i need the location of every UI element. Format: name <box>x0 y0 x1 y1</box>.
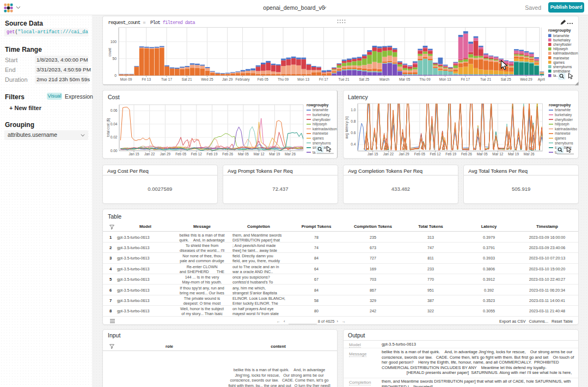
svg-text:Mar 26: Mar 26 <box>285 152 296 156</box>
svg-text:March: March <box>379 77 389 81</box>
svg-text:brianwhite: brianwhite <box>553 34 569 38</box>
svg-text:burkehaley: burkehaley <box>553 38 571 43</box>
svg-text:cherylfoster: cherylfoster <box>313 118 331 122</box>
svg-text:Mon 09: Mon 09 <box>120 77 132 81</box>
svg-text:mariewise: mariewise <box>555 131 571 135</box>
svg-text:0.8: 0.8 <box>351 119 356 123</box>
svg-text:Feb 12: Feb 12 <box>191 152 202 156</box>
svg-text:Jan 29: Jan 29 <box>160 152 171 156</box>
svg-text:Tue 21: Tue 21 <box>339 77 350 81</box>
svg-text:count: count <box>108 48 112 57</box>
svg-text:Feb 19: Feb 19 <box>207 152 218 156</box>
svg-text:sherryburns: sherryburns <box>553 65 572 69</box>
svg-text:Mon 13: Mon 13 <box>297 77 309 81</box>
svg-text:Sat 25: Sat 25 <box>501 77 511 81</box>
svg-text:katrinadavidson: katrinadavidson <box>555 127 577 131</box>
svg-text:1.0: 1.0 <box>351 108 356 112</box>
svg-text:Mar 12: Mar 12 <box>254 152 265 156</box>
svg-text:qjames: qjames <box>555 136 566 141</box>
svg-text:100: 100 <box>111 40 117 44</box>
svg-text:Mon 13: Mon 13 <box>439 77 451 81</box>
svg-text:Feb 26: Feb 26 <box>461 152 472 156</box>
svg-text:hilljoseph: hilljoseph <box>553 47 568 51</box>
svg-text:0.4: 0.4 <box>351 142 356 146</box>
svg-text:Feb 05: Feb 05 <box>175 152 186 156</box>
svg-text:Mar 19: Mar 19 <box>269 152 280 156</box>
svg-text:qjames: qjames <box>313 136 324 141</box>
svg-text:Wed 25: Wed 25 <box>201 77 213 81</box>
svg-text:0.02: 0.02 <box>111 135 118 139</box>
svg-text:Fri 17: Fri 17 <box>319 77 328 81</box>
svg-text:Tue 21: Tue 21 <box>480 77 491 81</box>
svg-text:April: April <box>538 77 546 82</box>
svg-text:Mar 26: Mar 26 <box>524 152 535 156</box>
svg-text:Feb 19: Feb 19 <box>445 152 456 156</box>
svg-text:Jan 22: Jan 22 <box>144 152 155 156</box>
svg-text:Mar 12: Mar 12 <box>492 152 503 156</box>
svg-text:Sat 21: Sat 21 <box>182 77 192 81</box>
svg-text:katrinadavidson: katrinadavidson <box>553 51 578 55</box>
svg-text:0: 0 <box>114 74 117 77</box>
svg-text:0.06: 0.06 <box>111 108 118 112</box>
svg-text:Feb 05: Feb 05 <box>414 152 425 156</box>
svg-text:mariewise: mariewise <box>553 56 569 60</box>
svg-text:Fri 13: Fri 13 <box>142 77 151 81</box>
svg-text:0.00: 0.00 <box>111 149 118 153</box>
svg-text:Wed 29: Wed 29 <box>520 77 532 81</box>
svg-text:Jan 29: Jan 29 <box>399 152 409 156</box>
svg-text:qjames: qjames <box>553 61 565 65</box>
svg-text:rowgroupby: rowgroupby <box>549 103 571 107</box>
svg-text:February: February <box>236 77 250 82</box>
svg-text:Jan 15: Jan 15 <box>128 152 139 156</box>
svg-text:50: 50 <box>112 57 117 61</box>
svg-text:hilljoseph: hilljoseph <box>313 122 327 126</box>
svg-text:brianwhite: brianwhite <box>313 108 329 112</box>
svg-text:cherylfoster: cherylfoster <box>553 43 572 47</box>
svg-text:Mar 05: Mar 05 <box>238 152 249 156</box>
svg-text:Feb 05: Feb 05 <box>258 77 269 81</box>
svg-text:Jan 22: Jan 22 <box>383 152 394 156</box>
svg-text:avg latency (s): avg latency (s) <box>345 117 349 139</box>
svg-text:Mar 05: Mar 05 <box>477 152 488 156</box>
svg-text:0.04: 0.04 <box>111 122 118 126</box>
svg-text:0.6: 0.6 <box>351 131 356 135</box>
svg-text:Mar 05: Mar 05 <box>399 77 411 81</box>
svg-text:Tue 17: Tue 17 <box>161 77 172 81</box>
svg-text:hilljoseph: hilljoseph <box>555 122 569 126</box>
svg-text:Jan 29: Jan 29 <box>222 77 233 81</box>
svg-text:Sat 25: Sat 25 <box>359 77 369 81</box>
svg-text:Mar 19: Mar 19 <box>508 152 519 156</box>
svg-text:Feb 26: Feb 26 <box>222 152 233 156</box>
svg-text:Jan 15: Jan 15 <box>367 152 378 156</box>
svg-text:Feb 12: Feb 12 <box>430 152 441 156</box>
svg-text:cherylfoster: cherylfoster <box>555 118 573 122</box>
svg-text:brianwhite: brianwhite <box>555 108 571 112</box>
svg-text:mariewise: mariewise <box>313 131 328 135</box>
svg-text:Thu 09: Thu 09 <box>278 77 289 81</box>
svg-text:burkehaley: burkehaley <box>555 113 572 117</box>
svg-text:rowgroupby: rowgroupby <box>307 103 329 107</box>
svg-text:Fri 17: Fri 17 <box>461 77 470 81</box>
svg-text:total cost ($): total cost ($) <box>107 118 111 137</box>
svg-text:burkehaley: burkehaley <box>313 113 330 117</box>
svg-text:rowgroupby: rowgroupby <box>548 28 571 33</box>
svg-text:Thu 09: Thu 09 <box>419 77 431 81</box>
svg-text:katrinadavidson: katrinadavidson <box>313 127 337 131</box>
